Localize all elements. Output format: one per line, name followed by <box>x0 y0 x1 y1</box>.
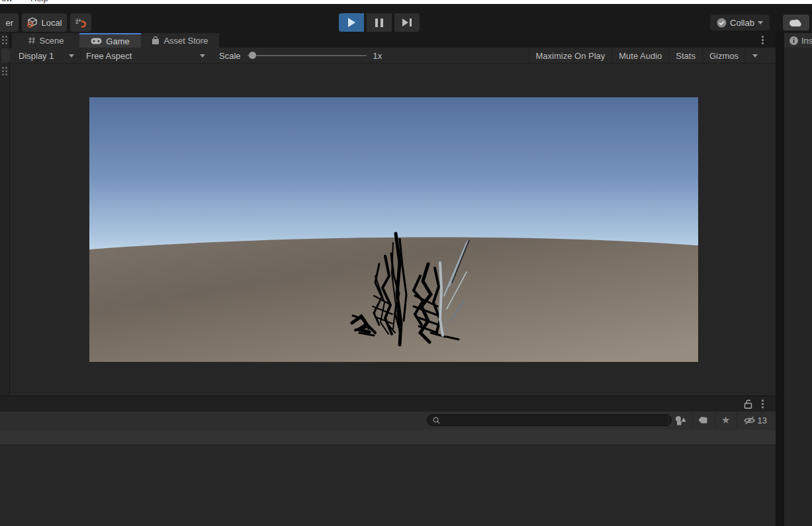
scale-value: 1x <box>373 51 383 61</box>
stats-label: Stats <box>676 51 696 61</box>
search-input[interactable] <box>443 416 666 425</box>
mute-label: Mute Audio <box>619 51 662 61</box>
tab-scene[interactable]: Scene <box>12 33 79 48</box>
scale-control: Scale 1x <box>219 48 382 64</box>
menu-item-partial[interactable]: ow <box>1 0 13 3</box>
rendered-game-frame[interactable] <box>89 97 698 362</box>
tab-bar-menu-icon[interactable] <box>762 36 764 44</box>
hidden-count: 13 <box>758 416 767 425</box>
bottom-panel-subheader <box>0 429 776 445</box>
panel-divider[interactable] <box>776 32 784 526</box>
scale-label: Scale <box>219 51 241 61</box>
gamepad-icon <box>91 38 102 44</box>
gizmos-label: Gizmos <box>709 51 739 61</box>
play-icon <box>348 18 355 27</box>
grid-snap-icon <box>75 17 87 28</box>
game-view-toolbar: Display 1 Free Aspect Scale 1x Maximize … <box>10 48 776 64</box>
unlock-icon[interactable] <box>744 399 752 409</box>
pause-icon <box>375 19 383 27</box>
bottom-panel-header <box>0 396 776 412</box>
search-icon <box>433 417 440 424</box>
pivot-center-label: er <box>5 18 13 28</box>
cloud-services-button[interactable] <box>783 15 809 30</box>
left-panel-partial-button[interactable] <box>1 48 10 63</box>
unity-editor-window: ow Help er Local <box>0 0 812 526</box>
hidden-objects-toggle[interactable]: 13 <box>737 412 773 429</box>
step-icon <box>402 19 412 26</box>
collab-button[interactable]: Collab <box>710 15 770 30</box>
mute-audio-button[interactable]: Mute Audio <box>611 48 668 64</box>
stats-button[interactable]: Stats <box>668 48 702 64</box>
display-dropdown[interactable]: Display 1 <box>13 48 79 64</box>
chevron-down-icon <box>758 21 763 24</box>
gizmos-dropdown-button[interactable] <box>745 48 764 64</box>
main-toolbar: er Local <box>0 4 812 33</box>
aspect-dropdown-label: Free Aspect <box>86 51 132 61</box>
left-panel-edge <box>0 33 10 396</box>
tab-label: Asset Store <box>163 36 208 46</box>
scene-grid-icon <box>28 36 36 44</box>
game-render <box>89 97 698 362</box>
gizmos-button[interactable]: Gizmos <box>702 48 745 64</box>
play-controls <box>339 13 420 32</box>
snap-toggle-button[interactable] <box>70 13 91 32</box>
chevron-down-icon <box>200 54 205 58</box>
info-icon <box>789 36 798 45</box>
bottom-panel-toolbar: ★ 13 <box>0 412 776 429</box>
tab-asset-store[interactable]: Asset Store <box>141 33 219 48</box>
tab-label: Game <box>106 36 129 46</box>
step-button[interactable] <box>394 13 420 32</box>
chevron-down-icon <box>752 54 758 58</box>
shopping-bag-icon <box>152 36 159 45</box>
aspect-dropdown[interactable]: Free Aspect <box>81 48 210 64</box>
display-dropdown-label: Display 1 <box>19 51 54 61</box>
game-toolbar-buttons: Maximize On Play Mute Audio Stats Gizmos <box>529 48 764 64</box>
chevron-down-icon <box>69 54 74 58</box>
inspector-panel-body <box>784 48 812 526</box>
pivot-center-button[interactable]: er <box>0 13 19 32</box>
scale-slider-thumb[interactable] <box>249 52 256 59</box>
inspector-tab-label: Insp <box>801 36 812 46</box>
collab-check-icon <box>717 18 727 28</box>
menu-item-help[interactable]: Help <box>30 0 48 3</box>
favorites-star-icon[interactable]: ★ <box>715 412 736 429</box>
maximize-label: Maximize On Play <box>536 51 606 61</box>
drag-handle-icon[interactable] <box>2 36 7 44</box>
maximize-on-play-button[interactable]: Maximize On Play <box>529 48 612 64</box>
collab-label: Collab <box>730 18 754 28</box>
bottom-panel-content[interactable] <box>0 445 776 526</box>
cloud-icon <box>789 18 803 27</box>
filter-by-label-icon[interactable] <box>692 412 715 429</box>
local-button-label: Local <box>41 18 62 28</box>
pause-button[interactable] <box>367 13 392 32</box>
play-button[interactable] <box>339 13 364 32</box>
game-viewport-area <box>10 64 776 396</box>
bottom-panel: ★ 13 <box>0 396 776 526</box>
tab-inspector[interactable]: Insp <box>784 33 812 48</box>
eye-slash-icon <box>743 416 756 425</box>
panel-menu-icon[interactable] <box>762 400 764 408</box>
scale-slider[interactable] <box>248 55 367 56</box>
search-box[interactable] <box>427 414 672 426</box>
search-filter-icons: ★ 13 <box>668 412 773 429</box>
local-global-toggle-button[interactable]: Local <box>22 13 67 32</box>
cube-icon <box>26 17 38 28</box>
view-tab-bar: Scene Game Asset Store <box>10 33 776 48</box>
filter-by-type-icon[interactable] <box>668 412 692 429</box>
tab-label: Scene <box>40 36 64 46</box>
tab-game[interactable]: Game <box>79 33 141 48</box>
drag-handle-icon[interactable] <box>2 67 7 75</box>
